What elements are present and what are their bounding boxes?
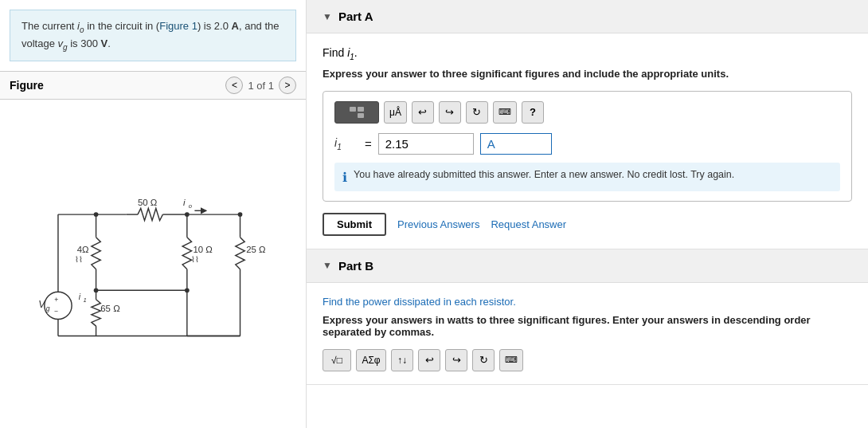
keyboard-b-btn[interactable]: ⌨: [499, 349, 523, 371]
figure-nav: < 1 of 1 >: [225, 77, 296, 94]
voltage-var: vg: [58, 37, 68, 49]
instruction-line: Express your answer to three significant…: [323, 68, 852, 80]
svg-text:4Ω: 4Ω: [77, 245, 89, 254]
svg-text:65 Ω: 65 Ω: [100, 304, 120, 313]
svg-text:i: i: [79, 293, 81, 301]
mu-btn[interactable]: μÅ: [384, 101, 407, 124]
matrix-icon: [349, 106, 365, 119]
find-line: Find i1.: [323, 46, 852, 61]
previous-answers-link[interactable]: Previous Answers: [397, 218, 479, 230]
part-b-title: Part B: [338, 259, 373, 273]
svg-text:+: +: [54, 296, 58, 304]
right-panel: ▼ Part A Find i1. Express your answer to…: [307, 0, 868, 428]
request-answer-link[interactable]: Request Answer: [491, 218, 566, 230]
refresh-b-btn[interactable]: ↻: [472, 349, 495, 371]
find-var: i1: [347, 46, 354, 59]
svg-rect-44: [358, 113, 364, 118]
svg-text:1: 1: [83, 296, 86, 304]
equals-sign: =: [365, 137, 372, 151]
svg-text:50 Ω: 50 Ω: [138, 198, 158, 207]
svg-rect-43: [350, 113, 356, 118]
keyboard-btn[interactable]: ⌨: [493, 101, 517, 124]
sigma-btn[interactable]: ΑΣφ: [356, 349, 386, 371]
current-var: io: [77, 20, 84, 32]
arrows-icon: ↑↓: [397, 355, 407, 366]
help-btn[interactable]: ?: [522, 101, 544, 124]
figure-title: Figure: [10, 79, 44, 92]
info-message: ℹ You have already submitted this answer…: [334, 163, 840, 191]
figure-prev-btn[interactable]: <: [225, 77, 243, 94]
figure-header: Figure < 1 of 1 >: [0, 71, 306, 100]
svg-text:25 Ω: 25 Ω: [246, 245, 266, 254]
redo-b-btn[interactable]: ↪: [445, 349, 467, 371]
problem-statement: The current io in the circuit in (Figure…: [10, 10, 296, 61]
part-a-title: Part A: [338, 10, 373, 23]
actions-row: Submit Previous Answers Request Answer: [323, 213, 852, 236]
arrows-btn[interactable]: ↑↓: [391, 349, 413, 371]
svg-text:−: −: [54, 307, 58, 315]
figure-link[interactable]: Figure 1: [159, 20, 197, 32]
submit-btn[interactable]: Submit: [323, 213, 386, 236]
figure-next-btn[interactable]: >: [279, 77, 296, 94]
sqrt-icon: √□: [331, 355, 342, 366]
svg-text:o: o: [189, 202, 192, 210]
part-a-content: Find i1. Express your answer to three si…: [307, 33, 868, 249]
toolbar: μÅ ↩ ↪ ↻ ⌨ ?: [334, 101, 840, 124]
circuit-diagram: + − V g: [29, 184, 276, 344]
part-b-chevron: ▼: [323, 260, 332, 271]
part-b-header[interactable]: ▼ Part B: [307, 249, 868, 283]
figure-section: Figure < 1 of 1 > + − V g: [0, 71, 306, 428]
part-a-header[interactable]: ▼ Part A: [307, 0, 868, 33]
answer-box: μÅ ↩ ↪ ↻ ⌨ ? i1 = ℹ You have already sub…: [323, 91, 852, 202]
svg-rect-42: [358, 107, 364, 112]
left-panel: The current io in the circuit in (Figure…: [0, 0, 307, 428]
part-a-chevron: ▼: [323, 11, 332, 22]
part-b-section: ▼ Part B Find the power dissipated in ea…: [307, 249, 868, 385]
part-a-section: ▼ Part A Find i1. Express your answer to…: [307, 0, 868, 249]
answer-input-row: i1 =: [334, 133, 840, 155]
sigma-icon: ΑΣφ: [362, 355, 380, 366]
svg-text:i: i: [183, 198, 186, 207]
svg-text:⌇⌇: ⌇⌇: [75, 255, 83, 264]
toolbar-b: √□ ΑΣφ ↑↓ ↩ ↪ ↻ ⌨: [323, 349, 852, 371]
part-b-content: Find the power dissipated in each resist…: [307, 283, 868, 384]
matrix-btn[interactable]: [334, 101, 379, 124]
answer-value-input[interactable]: [378, 133, 474, 155]
instruction-b: Express your answers in watts to three s…: [323, 314, 852, 338]
svg-rect-41: [350, 107, 356, 112]
undo-b-btn[interactable]: ↩: [418, 349, 440, 371]
undo-btn[interactable]: ↩: [412, 101, 434, 124]
answer-var-label: i1: [334, 136, 358, 151]
svg-text:⌇⌇: ⌇⌇: [191, 255, 199, 264]
sqrt-btn[interactable]: √□: [323, 349, 351, 371]
svg-text:g: g: [46, 304, 50, 312]
svg-text:10 Ω: 10 Ω: [193, 245, 213, 254]
find-line-b: Find the power dissipated in each resist…: [323, 296, 852, 308]
figure-counter: 1 of 1: [248, 80, 274, 92]
redo-btn[interactable]: ↪: [439, 101, 461, 124]
info-icon: ℹ: [342, 170, 347, 185]
answer-unit-input[interactable]: [480, 133, 552, 155]
circuit-area: + − V g: [0, 100, 306, 428]
refresh-btn[interactable]: ↻: [466, 101, 488, 124]
info-text: You have already submitted this answer. …: [354, 169, 734, 180]
